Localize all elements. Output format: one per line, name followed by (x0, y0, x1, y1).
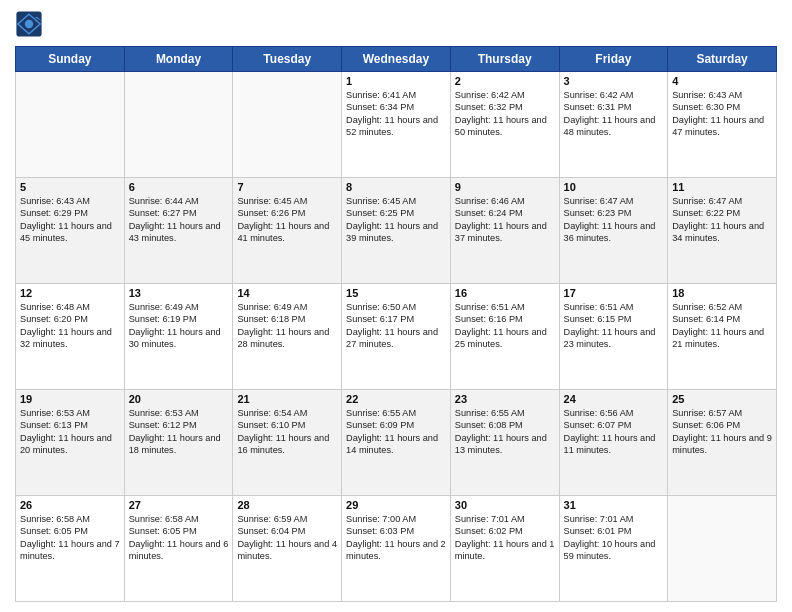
day-number: 3 (564, 75, 664, 87)
day-number: 8 (346, 181, 446, 193)
calendar-cell (124, 72, 233, 178)
day-info: Sunrise: 6:45 AM Sunset: 6:26 PM Dayligh… (237, 195, 337, 245)
day-info: Sunrise: 6:45 AM Sunset: 6:25 PM Dayligh… (346, 195, 446, 245)
day-number: 16 (455, 287, 555, 299)
calendar-cell: 6Sunrise: 6:44 AM Sunset: 6:27 PM Daylig… (124, 178, 233, 284)
calendar-cell: 22Sunrise: 6:55 AM Sunset: 6:09 PM Dayli… (342, 390, 451, 496)
calendar-cell: 21Sunrise: 6:54 AM Sunset: 6:10 PM Dayli… (233, 390, 342, 496)
day-number: 29 (346, 499, 446, 511)
calendar-cell: 25Sunrise: 6:57 AM Sunset: 6:06 PM Dayli… (668, 390, 777, 496)
calendar-cell: 5Sunrise: 6:43 AM Sunset: 6:29 PM Daylig… (16, 178, 125, 284)
calendar-cell: 24Sunrise: 6:56 AM Sunset: 6:07 PM Dayli… (559, 390, 668, 496)
logo-icon (15, 10, 43, 38)
day-number: 18 (672, 287, 772, 299)
day-number: 2 (455, 75, 555, 87)
weekday-header-tuesday: Tuesday (233, 47, 342, 72)
weekday-header-thursday: Thursday (450, 47, 559, 72)
day-info: Sunrise: 6:53 AM Sunset: 6:12 PM Dayligh… (129, 407, 229, 457)
day-number: 28 (237, 499, 337, 511)
day-number: 1 (346, 75, 446, 87)
day-info: Sunrise: 6:59 AM Sunset: 6:04 PM Dayligh… (237, 513, 337, 563)
day-info: Sunrise: 6:43 AM Sunset: 6:30 PM Dayligh… (672, 89, 772, 139)
day-number: 20 (129, 393, 229, 405)
day-number: 17 (564, 287, 664, 299)
calendar-cell: 3Sunrise: 6:42 AM Sunset: 6:31 PM Daylig… (559, 72, 668, 178)
weekday-header-saturday: Saturday (668, 47, 777, 72)
logo (15, 10, 47, 38)
day-info: Sunrise: 6:53 AM Sunset: 6:13 PM Dayligh… (20, 407, 120, 457)
calendar-cell: 4Sunrise: 6:43 AM Sunset: 6:30 PM Daylig… (668, 72, 777, 178)
day-number: 14 (237, 287, 337, 299)
day-number: 11 (672, 181, 772, 193)
day-info: Sunrise: 6:43 AM Sunset: 6:29 PM Dayligh… (20, 195, 120, 245)
day-info: Sunrise: 6:47 AM Sunset: 6:23 PM Dayligh… (564, 195, 664, 245)
day-number: 9 (455, 181, 555, 193)
weekday-header-friday: Friday (559, 47, 668, 72)
day-number: 24 (564, 393, 664, 405)
day-number: 6 (129, 181, 229, 193)
day-info: Sunrise: 6:44 AM Sunset: 6:27 PM Dayligh… (129, 195, 229, 245)
day-number: 22 (346, 393, 446, 405)
calendar-cell: 30Sunrise: 7:01 AM Sunset: 6:02 PM Dayli… (450, 496, 559, 602)
calendar-cell: 26Sunrise: 6:58 AM Sunset: 6:05 PM Dayli… (16, 496, 125, 602)
calendar-cell: 16Sunrise: 6:51 AM Sunset: 6:16 PM Dayli… (450, 284, 559, 390)
day-info: Sunrise: 6:57 AM Sunset: 6:06 PM Dayligh… (672, 407, 772, 457)
calendar-cell (668, 496, 777, 602)
day-number: 5 (20, 181, 120, 193)
svg-point-2 (25, 20, 33, 28)
calendar-cell: 19Sunrise: 6:53 AM Sunset: 6:13 PM Dayli… (16, 390, 125, 496)
day-info: Sunrise: 6:55 AM Sunset: 6:09 PM Dayligh… (346, 407, 446, 457)
calendar-cell: 23Sunrise: 6:55 AM Sunset: 6:08 PM Dayli… (450, 390, 559, 496)
day-number: 26 (20, 499, 120, 511)
calendar-cell: 27Sunrise: 6:58 AM Sunset: 6:05 PM Dayli… (124, 496, 233, 602)
calendar-table: SundayMondayTuesdayWednesdayThursdayFrid… (15, 46, 777, 602)
day-number: 31 (564, 499, 664, 511)
day-info: Sunrise: 6:48 AM Sunset: 6:20 PM Dayligh… (20, 301, 120, 351)
calendar-cell: 17Sunrise: 6:51 AM Sunset: 6:15 PM Dayli… (559, 284, 668, 390)
calendar-cell: 10Sunrise: 6:47 AM Sunset: 6:23 PM Dayli… (559, 178, 668, 284)
calendar-cell: 11Sunrise: 6:47 AM Sunset: 6:22 PM Dayli… (668, 178, 777, 284)
day-info: Sunrise: 6:58 AM Sunset: 6:05 PM Dayligh… (129, 513, 229, 563)
calendar-cell: 12Sunrise: 6:48 AM Sunset: 6:20 PM Dayli… (16, 284, 125, 390)
day-number: 4 (672, 75, 772, 87)
day-info: Sunrise: 6:50 AM Sunset: 6:17 PM Dayligh… (346, 301, 446, 351)
calendar-cell (16, 72, 125, 178)
day-info: Sunrise: 6:49 AM Sunset: 6:19 PM Dayligh… (129, 301, 229, 351)
day-number: 7 (237, 181, 337, 193)
day-info: Sunrise: 7:01 AM Sunset: 6:02 PM Dayligh… (455, 513, 555, 563)
day-info: Sunrise: 7:00 AM Sunset: 6:03 PM Dayligh… (346, 513, 446, 563)
day-info: Sunrise: 6:58 AM Sunset: 6:05 PM Dayligh… (20, 513, 120, 563)
day-number: 21 (237, 393, 337, 405)
page: SundayMondayTuesdayWednesdayThursdayFrid… (0, 0, 792, 612)
day-info: Sunrise: 6:51 AM Sunset: 6:15 PM Dayligh… (564, 301, 664, 351)
calendar-cell: 29Sunrise: 7:00 AM Sunset: 6:03 PM Dayli… (342, 496, 451, 602)
day-info: Sunrise: 6:42 AM Sunset: 6:32 PM Dayligh… (455, 89, 555, 139)
day-number: 15 (346, 287, 446, 299)
weekday-header-wednesday: Wednesday (342, 47, 451, 72)
day-info: Sunrise: 6:56 AM Sunset: 6:07 PM Dayligh… (564, 407, 664, 457)
day-info: Sunrise: 6:52 AM Sunset: 6:14 PM Dayligh… (672, 301, 772, 351)
calendar-cell: 15Sunrise: 6:50 AM Sunset: 6:17 PM Dayli… (342, 284, 451, 390)
calendar-cell: 1Sunrise: 6:41 AM Sunset: 6:34 PM Daylig… (342, 72, 451, 178)
header (15, 10, 777, 38)
day-number: 23 (455, 393, 555, 405)
day-info: Sunrise: 6:55 AM Sunset: 6:08 PM Dayligh… (455, 407, 555, 457)
calendar-cell: 13Sunrise: 6:49 AM Sunset: 6:19 PM Dayli… (124, 284, 233, 390)
day-info: Sunrise: 6:47 AM Sunset: 6:22 PM Dayligh… (672, 195, 772, 245)
day-info: Sunrise: 6:42 AM Sunset: 6:31 PM Dayligh… (564, 89, 664, 139)
weekday-header-sunday: Sunday (16, 47, 125, 72)
day-number: 25 (672, 393, 772, 405)
calendar-cell: 2Sunrise: 6:42 AM Sunset: 6:32 PM Daylig… (450, 72, 559, 178)
calendar-cell: 8Sunrise: 6:45 AM Sunset: 6:25 PM Daylig… (342, 178, 451, 284)
day-info: Sunrise: 6:54 AM Sunset: 6:10 PM Dayligh… (237, 407, 337, 457)
calendar-cell: 18Sunrise: 6:52 AM Sunset: 6:14 PM Dayli… (668, 284, 777, 390)
day-number: 30 (455, 499, 555, 511)
calendar-cell: 9Sunrise: 6:46 AM Sunset: 6:24 PM Daylig… (450, 178, 559, 284)
weekday-header-monday: Monday (124, 47, 233, 72)
day-number: 19 (20, 393, 120, 405)
day-info: Sunrise: 7:01 AM Sunset: 6:01 PM Dayligh… (564, 513, 664, 563)
day-info: Sunrise: 6:41 AM Sunset: 6:34 PM Dayligh… (346, 89, 446, 139)
calendar-cell (233, 72, 342, 178)
calendar-cell: 7Sunrise: 6:45 AM Sunset: 6:26 PM Daylig… (233, 178, 342, 284)
day-number: 10 (564, 181, 664, 193)
